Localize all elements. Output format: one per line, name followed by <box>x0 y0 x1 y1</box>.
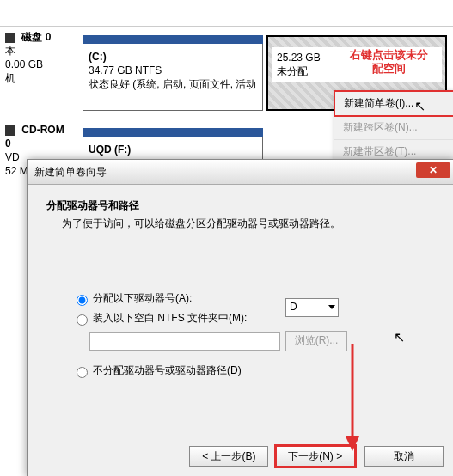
drive-letter-select[interactable]: D <box>285 298 339 317</box>
dialog-footer: < 上一步(B) 下一步(N) > 取消 <box>184 444 444 468</box>
radio-assign-letter[interactable] <box>77 295 88 306</box>
disk0-l2: 0.00 GB <box>5 58 43 70</box>
label-no-letter: 不分配驱动器号或驱动器路径(D) <box>93 363 242 378</box>
option-mount-row[interactable]: 装入以下空白 NTFS 文件夹中(M): <box>72 311 435 326</box>
drive-letter-value: D <box>290 301 297 313</box>
cdrom-l2: 52 M <box>5 165 28 177</box>
label-assign-letter: 分配以下驱动器号(A): <box>93 291 192 306</box>
menu-new-simple-volume[interactable]: 新建简单卷(I)... <box>334 90 453 117</box>
dialog-subtext: 为了便于访问，可以给磁盘分区分配驱动器号或驱动器路径。 <box>62 217 435 231</box>
dialog-titlebar[interactable]: 新建简单卷向导 ✕ <box>28 160 453 185</box>
partition-c[interactable]: (C:) 34.77 GB NTFS 状态良好 (系统, 启动, 页面文件, 活… <box>83 35 263 111</box>
partu-size: 25.23 GB <box>277 52 321 64</box>
annotation-text: 右键点击该未分 配空间 <box>328 48 449 76</box>
partc-size: 34.77 GB NTFS <box>89 64 162 76</box>
next-button[interactable]: 下一步(N) > <box>274 444 357 468</box>
disk-icon <box>5 33 15 43</box>
anno-l1: 右键点击该未分 <box>350 48 428 61</box>
dialog-heading: 分配驱动器号和路径 <box>46 198 435 213</box>
cdrom-icon <box>5 125 15 136</box>
anno-l2: 配空间 <box>372 62 406 75</box>
disk0-l1: 本 <box>5 45 15 57</box>
disk0-l3: 机 <box>5 72 15 84</box>
partc-status: 状态良好 (系统, 启动, 页面文件, 活动 <box>89 78 256 90</box>
uqd-label: UQD (F:) <box>89 143 131 156</box>
menu-new-spanned-volume[interactable]: 新建跨区卷(N)... <box>334 116 453 140</box>
option-assign-row[interactable]: 分配以下驱动器号(A): <box>72 291 435 306</box>
label-mount-folder: 装入以下空白 NTFS 文件夹中(M): <box>93 311 247 326</box>
mount-path-input[interactable] <box>89 332 280 351</box>
disk0-label: 磁盘 0 <box>21 31 51 43</box>
wizard-dialog: 新建简单卷向导 ✕ 分配驱动器号和路径 为了便于访问，可以给磁盘分区分配驱动器号… <box>27 159 453 476</box>
cdrom-l1: VD <box>5 151 20 163</box>
radio-mount-folder[interactable] <box>77 314 88 326</box>
back-button[interactable]: < 上一步(B) <box>189 446 268 467</box>
dialog-body: 分配驱动器号和路径 为了便于访问，可以给磁盘分区分配驱动器号或驱动器路径。 分配… <box>28 185 453 442</box>
close-button[interactable]: ✕ <box>416 162 450 178</box>
cancel-button[interactable]: 取消 <box>364 446 444 467</box>
partu-status: 未分配 <box>277 65 308 77</box>
browse-button[interactable]: 浏览(R)... <box>285 331 347 351</box>
partc-letter: (C:) <box>89 51 107 63</box>
dialog-title-text: 新建简单卷向导 <box>34 166 107 178</box>
option-none-row[interactable]: 不分配驱动器号或驱动器路径(D) <box>72 363 435 378</box>
radio-no-letter[interactable] <box>77 367 88 378</box>
disk0-header: 磁盘 0 本 0.00 GB 机 <box>0 27 77 113</box>
